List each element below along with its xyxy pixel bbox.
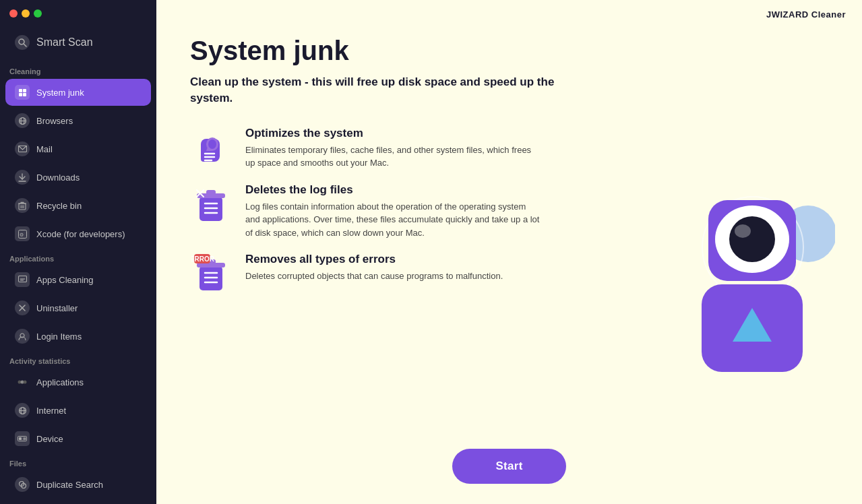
sidebar-item-browsers[interactable]: Browsers — [5, 107, 151, 134]
login-items-icon — [15, 329, 30, 344]
sidebar-item-login-items[interactable]: Login Items — [5, 323, 151, 350]
xcode-icon: ⚙ — [15, 226, 30, 241]
titlebar — [0, 0, 156, 24]
apps-cleaning-icon — [15, 272, 30, 287]
login-items-label: Login Items — [36, 332, 82, 342]
mail-icon — [15, 141, 30, 156]
feature-optimize: Optimizes the system Eliminates temporar… — [190, 127, 667, 170]
smart-scan-label: Smart Scan — [36, 36, 93, 49]
sidebar-item-uninstaller[interactable]: Uninstaller — [5, 294, 151, 321]
recycle-bin-icon — [15, 198, 30, 213]
sidebar-item-applications-stats[interactable]: Applications — [5, 369, 151, 396]
internet-label: Internet — [36, 406, 66, 416]
uninstaller-label: Uninstaller — [36, 303, 78, 313]
sidebar-item-device[interactable]: Device — [5, 425, 151, 452]
optimize-icon-wrap — [190, 127, 233, 170]
applications-stats-icon — [15, 375, 30, 389]
uninstaller-icon — [15, 301, 30, 315]
feature-logs-title: Deletes the log files — [245, 183, 667, 197]
feature-errors-desc: Deletes corrupted objects that can cause… — [245, 270, 542, 283]
logs-icon-wrap — [190, 183, 233, 226]
feature-optimize-title: Optimizes the system — [245, 127, 667, 140]
svg-rect-4 — [19, 93, 22, 96]
smart-scan-icon — [15, 35, 30, 50]
svg-rect-2 — [19, 89, 22, 92]
downloads-label: Downloads — [36, 172, 80, 183]
page-subtitle: Clean up the system - this will free up … — [190, 74, 567, 106]
sidebar-item-recycle-bin[interactable]: Recycle bin — [5, 192, 151, 219]
content-area: System junk Clean up the system - this w… — [156, 29, 862, 504]
feature-logs-desc: Log files contain information about the … — [245, 200, 542, 240]
duplicate-search-label: Duplicate Search — [36, 480, 103, 490]
svg-point-66 — [735, 224, 751, 238]
minimize-button[interactable] — [22, 9, 30, 18]
feature-optimize-desc: Eliminates temporary files, cache files,… — [245, 144, 542, 170]
device-label: Device — [36, 434, 63, 444]
recycle-bin-label: Recycle bin — [36, 201, 82, 211]
close-button[interactable] — [9, 9, 18, 18]
svg-point-44 — [208, 139, 216, 149]
downloads-icon — [15, 170, 30, 185]
apps-cleaning-label: Apps Cleaning — [36, 275, 94, 285]
feature-logs-text: Deletes the log files Log files contain … — [245, 183, 667, 240]
svg-point-65 — [729, 216, 775, 262]
xcode-label: Xcode (for developers) — [36, 229, 125, 239]
svg-point-0 — [19, 39, 24, 44]
browsers-icon — [15, 113, 30, 128]
feature-errors-title: Removes all types of errors — [245, 253, 667, 266]
system-junk-icon — [15, 85, 30, 100]
logs-icon — [191, 183, 232, 226]
svg-rect-34 — [23, 437, 24, 440]
internet-icon — [15, 403, 30, 418]
robot-svg — [673, 180, 835, 382]
sidebar-item-internet[interactable]: Internet — [5, 397, 151, 424]
maximize-button[interactable] — [34, 9, 42, 18]
svg-text:ERROR: ERROR — [191, 255, 215, 263]
top-bar: JWIZARD Cleaner — [156, 0, 862, 29]
svg-rect-3 — [23, 89, 26, 92]
svg-rect-33 — [19, 437, 22, 440]
sidebar-item-apps-cleaning[interactable]: Apps Cleaning — [5, 266, 151, 293]
section-activity: Activity statistics — [0, 350, 156, 368]
feature-logs: Deletes the log files Log files contain … — [190, 183, 667, 240]
app-title: JWIZARD Cleaner — [766, 9, 846, 20]
traffic-lights — [9, 9, 42, 18]
svg-line-1 — [24, 44, 27, 47]
features-list: Optimizes the system Eliminates temporar… — [190, 127, 667, 435]
svg-rect-35 — [24, 437, 26, 440]
sidebar-item-duplicate-search[interactable]: Duplicate Search — [5, 471, 151, 498]
start-button[interactable]: Start — [452, 449, 565, 484]
main-content: JWIZARD Cleaner System junk Clean up the… — [156, 0, 862, 504]
errors-icon: ERROR — [191, 253, 232, 296]
feature-errors-text: Removes all types of errors Deletes corr… — [245, 253, 667, 283]
sidebar-item-smart-scan[interactable]: Smart Scan — [5, 27, 151, 58]
svg-rect-50 — [206, 190, 216, 195]
device-icon — [15, 431, 30, 446]
section-cleaning: Cleaning — [0, 61, 156, 78]
applications-stats-label: Applications — [36, 377, 84, 387]
start-button-wrap: Start — [190, 435, 828, 491]
errors-icon-wrap: ERROR — [190, 253, 233, 296]
features-area: Optimizes the system Eliminates temporar… — [190, 127, 828, 435]
optimize-icon — [191, 127, 232, 170]
duplicate-search-icon — [15, 477, 30, 492]
page-title: System junk — [190, 36, 828, 66]
svg-rect-5 — [23, 93, 26, 96]
section-files: Files — [0, 453, 156, 470]
sidebar-item-mail[interactable]: Mail — [5, 135, 151, 162]
browsers-label: Browsers — [36, 116, 73, 126]
sidebar: Smart Scan Cleaning System junk Browsers… — [0, 0, 156, 504]
svg-text:⚙: ⚙ — [19, 231, 24, 238]
sidebar-item-downloads[interactable]: Downloads — [5, 164, 151, 191]
mail-label: Mail — [36, 144, 53, 154]
robot-illustration — [667, 127, 842, 435]
sidebar-item-xcode[interactable]: ⚙ Xcode (for developers) — [5, 220, 151, 247]
sidebar-item-system-junk[interactable]: System junk — [5, 79, 151, 106]
feature-optimize-text: Optimizes the system Eliminates temporar… — [245, 127, 667, 170]
svg-point-28 — [24, 381, 27, 384]
feature-errors: ERROR Removes all types of errors Delete… — [190, 253, 667, 296]
system-junk-label: System junk — [36, 88, 84, 98]
section-applications: Applications — [0, 248, 156, 265]
